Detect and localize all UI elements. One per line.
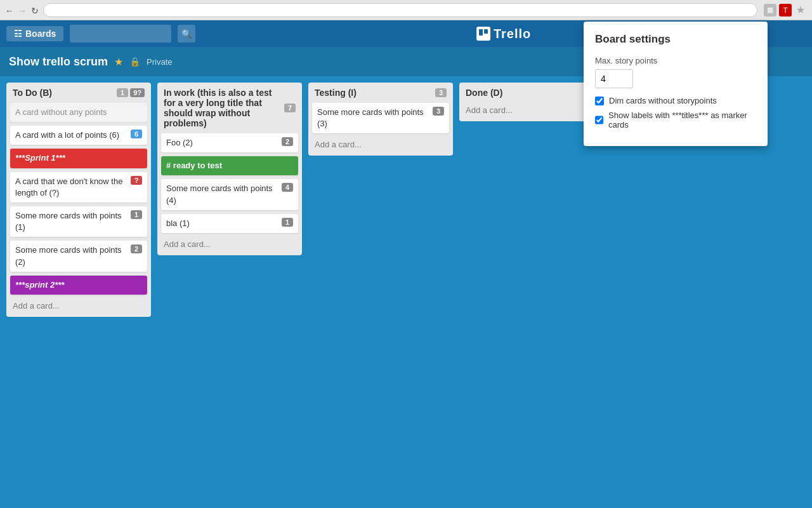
browser-toolbar-icons: ▦ T ★	[764, 4, 807, 17]
list-item[interactable]: Foo (2) 2	[161, 133, 298, 152]
forward-button[interactable]: →	[18, 6, 27, 15]
list-header-testing: Testing (I) 3	[312, 86, 449, 99]
list-item[interactable]: A card without any points	[10, 103, 147, 122]
list-item[interactable]: A card with a lot of points (6) 6	[10, 126, 147, 145]
list-item[interactable]: ***sprint 2***	[10, 276, 147, 295]
settings-dim-cards-row: Dim cards without storypoints	[595, 96, 756, 105]
list-badges-testing: 3	[435, 88, 447, 97]
address-bar[interactable]	[43, 3, 757, 17]
list-todo: To Do (B) 1 9? A card without any points…	[6, 83, 151, 317]
show-labels-checkbox[interactable]	[595, 116, 603, 124]
badge-count-testing: 3	[435, 88, 447, 97]
list-item[interactable]: Some more cards with points (2) 2	[10, 241, 147, 271]
list-item[interactable]: # ready to test	[161, 156, 298, 175]
browser-chrome: ← → ↻ ▦ T ★	[0, 0, 812, 20]
add-card-inwork[interactable]: Add a card...	[161, 237, 298, 251]
card-badge: 2	[282, 137, 293, 146]
card-text: Some more cards with points (2)	[15, 244, 128, 267]
list-title-done: Done (D)	[466, 88, 502, 98]
trello-logo-text: Trello	[494, 27, 531, 41]
card-badge: 3	[433, 107, 444, 116]
card-badge: 1	[131, 210, 142, 219]
card-text: Foo (2)	[166, 137, 279, 149]
list-header-done: Done (D)	[463, 86, 600, 99]
dim-cards-checkbox[interactable]	[595, 97, 604, 105]
svg-rect-0	[479, 29, 483, 36]
boards-icon: ☷	[14, 29, 22, 39]
list-badges-todo: 1 9?	[117, 88, 145, 97]
star-icon[interactable]: ★	[114, 56, 123, 68]
card-text: A card with a lot of points (6)	[15, 130, 128, 141]
card-badge: 1	[282, 218, 293, 227]
board-title: Show trello scrum	[9, 55, 108, 69]
settings-max-points-row: Max. story points	[595, 56, 756, 88]
card-badge: 2	[131, 244, 142, 253]
list-item[interactable]: Some more cards with points (4) 4	[161, 179, 298, 210]
search-input[interactable]	[70, 25, 171, 43]
card-badge: 6	[131, 130, 142, 138]
show-labels-label: Show labels with ***titles*** as marker …	[608, 110, 756, 130]
card-text: A card that we don't know the length of …	[15, 176, 128, 199]
list-inwork: In work (this is also a test for a very …	[157, 83, 302, 255]
add-card-testing[interactable]: Add a card...	[312, 137, 449, 152]
list-title-todo: To Do (B)	[13, 88, 52, 98]
list-done: Done (D) Add a card...	[459, 83, 604, 121]
card-badge: ?	[131, 176, 142, 185]
list-item[interactable]: Some more cards with points (1) 1	[10, 206, 147, 237]
max-points-input[interactable]	[595, 69, 633, 88]
card-text: A card without any points	[15, 107, 142, 118]
extension-icon-2[interactable]: T	[779, 4, 792, 17]
card-text: ***sprint 2***	[15, 279, 142, 291]
card-text: Some more cards with points (1)	[15, 210, 128, 233]
settings-show-labels-row: Show labels with ***titles*** as marker …	[595, 110, 756, 130]
list-item[interactable]: Some more cards with points (3) 3	[312, 103, 449, 133]
settings-max-points-label: Max. story points	[595, 56, 756, 65]
dim-cards-label: Dim cards without storypoints	[609, 96, 717, 105]
card-text: bla (1)	[166, 218, 279, 229]
list-title-testing: Testing (I)	[315, 88, 357, 98]
refresh-button[interactable]: ↻	[30, 6, 39, 15]
list-item[interactable]: bla (1) 1	[161, 214, 298, 233]
card-text: Some more cards with points (4)	[166, 183, 279, 206]
card-text: ***Sprint 1***	[15, 152, 142, 164]
list-item[interactable]: ***Sprint 1***	[10, 149, 147, 168]
search-icon: 🔍	[181, 29, 192, 39]
badge-count-inwork: 7	[284, 104, 296, 112]
list-header-todo: To Do (B) 1 9?	[10, 86, 147, 99]
extension-icon-1[interactable]: ▦	[764, 4, 776, 17]
svg-rect-1	[484, 29, 488, 34]
card-badge: 4	[282, 183, 293, 192]
back-button[interactable]: ←	[5, 6, 14, 15]
list-badges-inwork: 7	[284, 104, 296, 112]
list-testing: Testing (I) 3 Some more cards with point…	[308, 83, 453, 156]
add-card-done[interactable]: Add a card...	[463, 103, 600, 117]
settings-panel: Board settings Max. story points Dim car…	[584, 22, 768, 146]
lock-icon: 🔒	[129, 57, 140, 67]
badge-total-todo: 9?	[130, 88, 145, 97]
add-card-todo[interactable]: Add a card...	[10, 298, 147, 313]
boards-button[interactable]: ☷ Boards	[6, 26, 63, 41]
card-text: # ready to test	[166, 160, 293, 171]
list-title-inwork: In work (this is also a test for a very …	[164, 88, 284, 128]
card-text: Some more cards with points (3)	[317, 107, 430, 130]
boards-label: Boards	[25, 29, 56, 39]
trello-logo-icon	[476, 27, 490, 41]
badge-count-todo: 1	[117, 88, 128, 97]
list-header-inwork: In work (this is also a test for a very …	[161, 86, 298, 130]
bookmark-icon[interactable]: ★	[794, 4, 807, 17]
settings-title: Board settings	[595, 33, 756, 46]
search-button[interactable]: 🔍	[178, 25, 195, 43]
list-item[interactable]: A card that we don't know the length of …	[10, 172, 147, 203]
private-label: Private	[147, 57, 172, 67]
